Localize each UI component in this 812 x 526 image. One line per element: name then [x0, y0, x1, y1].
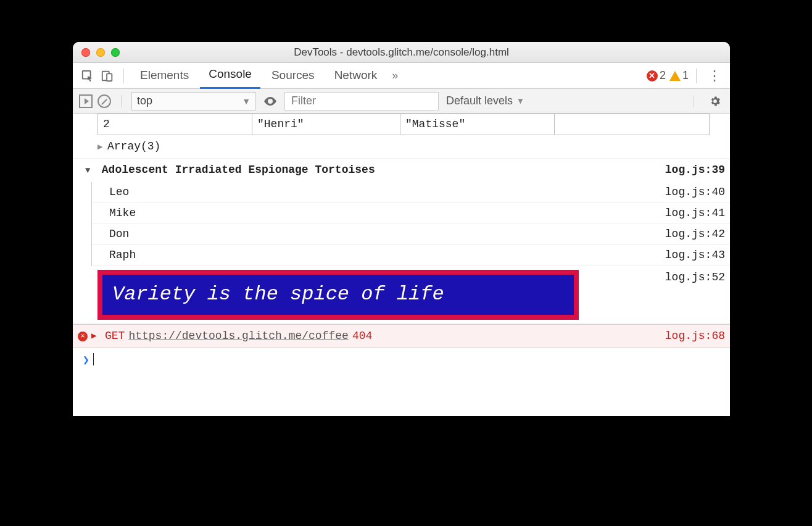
window-title: DevTools - devtools.glitch.me/console/lo… — [73, 46, 730, 59]
tab-elements[interactable]: Elements — [131, 64, 197, 88]
log-row: Raph log.js:43 — [92, 245, 730, 266]
issue-badges[interactable]: ✕ 2 1 — [647, 69, 689, 82]
clear-console-icon[interactable] — [97, 94, 111, 108]
cell-empty — [555, 114, 710, 135]
zoom-icon[interactable] — [111, 48, 120, 57]
error-icon: ✕ — [78, 332, 88, 341]
text-cursor — [93, 353, 94, 365]
cell-last: "Matisse" — [400, 114, 555, 135]
error-icon: ✕ — [647, 70, 658, 81]
source-link[interactable]: log.js:39 — [665, 162, 725, 178]
disclosure-triangle-icon[interactable]: ▼ — [85, 165, 93, 177]
context-selector[interactable]: top ▼ — [131, 92, 256, 111]
source-link[interactable]: log.js:41 — [665, 206, 725, 221]
http-method: GET — [105, 328, 125, 344]
live-expression-icon[interactable] — [261, 94, 280, 109]
http-status: 404 — [352, 328, 372, 344]
group-title: Adolescent Irradiated Espionage Tortoise… — [102, 164, 375, 176]
warning-icon — [669, 71, 681, 81]
tabs-bar: Elements Console Sources Network » ✕ 2 1… — [73, 63, 730, 89]
close-icon[interactable] — [81, 48, 90, 57]
log-text: Mike — [109, 206, 665, 221]
cell-index: 2 — [98, 114, 252, 135]
separator — [696, 69, 697, 83]
minimize-icon[interactable] — [96, 48, 105, 57]
context-value: top — [137, 94, 152, 107]
console-output: 2 "Henri" "Matisse" ▶Array(3) ▼ Adolesce… — [73, 114, 730, 416]
disclosure-triangle-icon[interactable]: ▶ — [97, 141, 105, 154]
chevron-down-icon: ▼ — [242, 96, 251, 106]
levels-label: Default levels — [446, 94, 513, 107]
source-link[interactable]: log.js:43 — [665, 248, 725, 263]
log-row: Mike log.js:41 — [92, 203, 730, 224]
gear-icon[interactable] — [704, 95, 726, 107]
svg-point-3 — [269, 100, 271, 102]
tab-console[interactable]: Console — [200, 62, 260, 89]
error-count-badge[interactable]: ✕ 2 — [647, 69, 666, 82]
separator — [123, 69, 124, 83]
svg-rect-2 — [107, 73, 112, 81]
log-levels-selector[interactable]: Default levels ▼ — [444, 94, 527, 107]
tab-sources[interactable]: Sources — [263, 64, 323, 88]
source-link[interactable]: log.js:40 — [665, 185, 725, 200]
array-summary-row[interactable]: ▶Array(3) — [73, 135, 730, 159]
error-log-row: ✕ ▶ GET https://devtools.glitch.me/coffe… — [73, 324, 730, 348]
console-prompt[interactable]: ❯ — [73, 348, 730, 374]
more-tabs-icon[interactable]: » — [388, 69, 402, 82]
array-summary-text: Array(3) — [107, 140, 160, 152]
filter-input[interactable] — [284, 92, 439, 111]
warning-count-badge[interactable]: 1 — [669, 69, 689, 82]
console-table: 2 "Henri" "Matisse" — [73, 114, 730, 135]
inspect-element-icon[interactable] — [79, 67, 96, 85]
console-group-body: Leo log.js:40 Mike log.js:41 Don log.js:… — [91, 182, 730, 267]
error-url[interactable]: https://devtools.glitch.me/coffee — [128, 328, 348, 344]
tab-network[interactable]: Network — [326, 64, 386, 88]
source-link[interactable]: log.js:68 — [665, 328, 725, 344]
kebab-menu-icon[interactable]: ⋮ — [704, 68, 725, 84]
prompt-chevron-icon: ❯ — [83, 353, 89, 369]
error-count: 2 — [660, 69, 666, 82]
log-row: Don log.js:42 — [92, 224, 730, 245]
disclosure-triangle-icon[interactable]: ▶ — [91, 330, 99, 343]
cell-first: "Henri" — [252, 114, 400, 135]
device-mode-icon[interactable] — [99, 67, 116, 85]
chevron-down-icon: ▼ — [516, 96, 524, 106]
log-row: Leo log.js:40 — [92, 182, 730, 203]
console-group-header[interactable]: ▼ Adolescent Irradiated Espionage Tortoi… — [73, 159, 730, 182]
show-sidebar-icon[interactable] — [79, 94, 93, 108]
devtools-window: DevTools - devtools.glitch.me/console/lo… — [73, 42, 730, 416]
titlebar: DevTools - devtools.glitch.me/console/lo… — [73, 42, 730, 63]
styled-log-row: Variety is the spice of life log.js:52 — [73, 266, 730, 324]
log-text: Raph — [109, 248, 665, 263]
log-text: Don — [109, 227, 665, 242]
separator — [121, 95, 122, 107]
table-row[interactable]: 2 "Henri" "Matisse" — [98, 114, 710, 135]
separator — [694, 95, 694, 107]
source-link[interactable]: log.js:52 — [665, 270, 725, 320]
log-text: Leo — [109, 185, 665, 200]
warning-count: 1 — [682, 69, 689, 82]
traffic-lights — [73, 48, 120, 57]
console-toolbar: top ▼ Default levels ▼ — [73, 89, 730, 114]
source-link[interactable]: log.js:42 — [665, 227, 725, 242]
styled-log-text: Variety is the spice of life — [97, 270, 579, 320]
